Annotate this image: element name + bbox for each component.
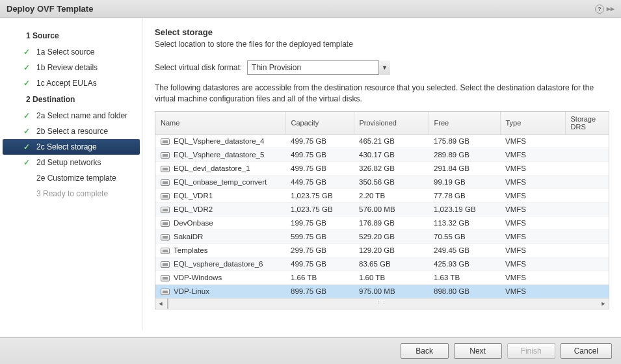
back-button[interactable]: Back xyxy=(401,343,449,359)
wizard-sidebar: ✓1 Source ✓1a Select source ✓1b Review d… xyxy=(0,18,143,330)
titlebar: Deploy OVF Template ? ▸▸ xyxy=(0,0,621,18)
table-row[interactable]: VDP-Windows1.66 TB1.60 TB1.63 TBVMFS xyxy=(155,270,609,284)
horizontal-scrollbar[interactable]: ◄ : : ► xyxy=(155,298,609,309)
page-title: Select storage xyxy=(155,27,609,37)
table-row[interactable]: EQL_vsphere_datastore_6499.75 GB83.65 GB… xyxy=(155,257,609,270)
datastore-icon xyxy=(161,207,170,213)
datastore-icon xyxy=(161,152,170,159)
sidebar-item-accept-eulas[interactable]: ✓1c Accept EULAs xyxy=(0,75,142,91)
sidebar-item-ready-complete: ✓3 Ready to complete xyxy=(0,186,142,202)
col-type[interactable]: Type xyxy=(500,112,565,135)
datastore-icon xyxy=(161,234,170,240)
col-capacity[interactable]: Capacity xyxy=(285,112,354,135)
sidebar-section-destination[interactable]: ✓2 Destination xyxy=(0,91,142,108)
sidebar-item-setup-networks[interactable]: ✓2d Setup networks xyxy=(0,155,142,170)
col-storage-drs[interactable]: Storage DRS xyxy=(565,112,609,135)
datastore-icon xyxy=(161,166,170,172)
chevron-down-icon[interactable]: ▼ xyxy=(378,60,390,75)
next-button[interactable]: Next xyxy=(454,343,502,359)
datastore-icon xyxy=(161,275,170,281)
table-row[interactable]: EQL_devl_datastore_1499.75 GB326.82 GB29… xyxy=(155,161,609,175)
datastore-icon xyxy=(161,248,170,254)
main-panel: Select storage Select location to store … xyxy=(143,18,621,330)
datastore-icon xyxy=(161,220,170,227)
col-free[interactable]: Free xyxy=(429,112,500,135)
cancel-button[interactable]: Cancel xyxy=(561,343,612,359)
table-row[interactable]: EQL_Vsphere_datastore_5499.75 GB430.17 G… xyxy=(155,148,609,161)
datastore-description: The following datastores are accessible … xyxy=(155,83,609,105)
table-row[interactable]: SakaiDR599.75 GB529.20 GB70.55 GBVMFS xyxy=(155,229,609,243)
table-row[interactable]: EQL_Vsphere_datastore_4499.75 GB465.21 G… xyxy=(155,134,609,148)
sidebar-item-select-storage[interactable]: ✓2c Select storage xyxy=(3,139,140,155)
datastore-table: Name Capacity Provisioned Free Type Stor… xyxy=(155,111,609,309)
table-row[interactable]: EQL_VDR11,023.75 GB2.20 TB77.78 GBVMFS xyxy=(155,188,609,202)
datastore-icon xyxy=(161,179,170,186)
col-name[interactable]: Name xyxy=(155,112,285,135)
disk-format-select[interactable]: Thin Provision ▼ xyxy=(247,60,390,75)
table-row[interactable]: Templates299.75 GB129.20 GB249.45 GBVMFS xyxy=(155,243,609,257)
sidebar-item-select-resource[interactable]: ✓2b Select a resource xyxy=(0,124,142,139)
finish-button: Finish xyxy=(507,343,555,359)
help-icon[interactable]: ? xyxy=(595,5,604,14)
sidebar-item-select-name-folder[interactable]: ✓2a Select name and folder xyxy=(0,108,142,124)
table-row[interactable]: VDP-Linux899.75 GB975.00 MB898.80 GBVMFS xyxy=(155,284,609,298)
table-row[interactable]: EQL_VDR21,023.75 GB576.00 MB1,023.19 GBV… xyxy=(155,202,609,216)
footer: Back Next Finish Cancel xyxy=(0,337,621,364)
col-provisioned[interactable]: Provisioned xyxy=(354,112,429,135)
table-row[interactable]: DevOnbase199.75 GB176.89 GB113.32 GBVMFS xyxy=(155,216,609,229)
datastore-icon xyxy=(161,261,170,268)
sidebar-section-source[interactable]: ✓1 Source xyxy=(0,27,142,44)
expand-icon[interactable]: ▸▸ xyxy=(607,5,614,13)
datastore-icon xyxy=(161,289,170,295)
datastore-icon xyxy=(161,138,170,145)
table-row[interactable]: EQL_onbase_temp_convert449.75 GB350.56 G… xyxy=(155,175,609,188)
sidebar-item-select-source[interactable]: ✓1a Select source xyxy=(0,44,142,60)
disk-format-label: Select virtual disk format: xyxy=(155,63,242,72)
datastore-icon xyxy=(161,193,170,200)
window-title: Deploy OVF Template xyxy=(7,4,93,14)
sidebar-item-customize-template[interactable]: ✓2e Customize template xyxy=(0,170,142,186)
sidebar-item-review-details[interactable]: ✓1b Review details xyxy=(0,60,142,75)
page-subtitle: Select location to store the files for t… xyxy=(155,40,609,49)
